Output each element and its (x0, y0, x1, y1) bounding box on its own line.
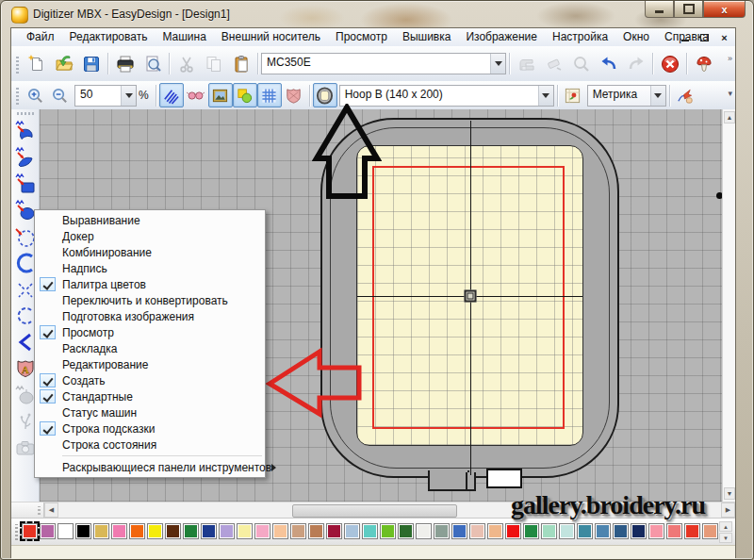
context-menu-item-2[interactable]: Комбинирование (35, 244, 265, 260)
menu-item-6[interactable]: Изображение (458, 28, 545, 46)
palette-up-button[interactable]: ▲ (719, 521, 732, 532)
close-button[interactable]: x (703, 1, 746, 18)
scroll-up-button[interactable]: ▲ (724, 111, 735, 124)
background-picture-button[interactable] (208, 83, 233, 107)
menu-item-7[interactable]: Настройка (545, 28, 615, 46)
color-swatch[interactable] (183, 523, 199, 539)
save-button[interactable] (77, 50, 105, 77)
color-swatch[interactable] (648, 523, 664, 539)
units-combo[interactable]: Метрика (587, 85, 666, 107)
context-menu-item-10[interactable]: Создать (35, 372, 265, 388)
color-swatch[interactable] (129, 523, 145, 539)
minimize-button[interactable] (645, 1, 674, 18)
palette-down-button[interactable]: ▼ (719, 533, 732, 543)
palette-grip[interactable] (15, 524, 18, 540)
toolbar-overflow-icon[interactable]: » (728, 54, 732, 63)
color-swatch[interactable] (93, 523, 109, 539)
color-swatch[interactable] (559, 523, 575, 539)
context-menu-item-5[interactable]: Переключить и конвертировать (35, 292, 265, 308)
color-swatch[interactable] (75, 523, 91, 539)
menu-item-4[interactable]: Просмотр (328, 28, 395, 46)
color-swatch[interactable] (595, 523, 611, 539)
color-swatch[interactable] (362, 523, 378, 539)
mdi-minimize-button[interactable] (678, 31, 692, 43)
rectangle-tool[interactable] (13, 171, 38, 197)
paste-button[interactable] (227, 50, 254, 77)
context-menu-item-16[interactable]: Раскрывающиеся панели инструментов (35, 459, 265, 475)
context-menu-item-7[interactable]: Просмотр (35, 324, 265, 340)
hoop-toggle-button[interactable] (313, 83, 337, 107)
color-swatch[interactable] (40, 523, 56, 539)
menu-item-5[interactable]: Вышивка (395, 28, 459, 46)
color-swatch[interactable] (398, 523, 414, 539)
context-menu-item-13[interactable]: Строка подсказки (35, 420, 265, 436)
color-swatch[interactable] (147, 523, 163, 539)
toolbar-grip[interactable] (16, 55, 19, 74)
color-swatch[interactable] (201, 523, 217, 539)
context-menu-item-6[interactable]: Подготовка изображения (35, 308, 265, 324)
machine-combo[interactable]: MC350E (261, 53, 506, 74)
menu-item-2[interactable]: Машина (155, 28, 213, 46)
mdi-restore-button[interactable] (697, 31, 712, 43)
color-swatch[interactable] (434, 523, 450, 539)
color-swatch[interactable] (684, 523, 700, 539)
color-swatch[interactable] (290, 523, 306, 539)
context-menu-item-0[interactable]: Выравнивание (35, 212, 265, 228)
color-swatch[interactable] (469, 523, 485, 539)
color-swatch[interactable] (272, 523, 288, 539)
undo-button[interactable] (595, 50, 622, 77)
color-swatch[interactable] (505, 523, 521, 539)
color-swatch[interactable] (57, 523, 74, 539)
context-menu-item-1[interactable]: Докер (35, 228, 265, 244)
scroll-left-button[interactable]: ◀ (44, 502, 58, 518)
context-menu-item-14[interactable]: Строка состояния (35, 436, 265, 453)
color-swatch[interactable] (487, 523, 503, 539)
color-swatch[interactable] (165, 523, 181, 539)
toolbar-grip[interactable] (16, 86, 19, 105)
new-design-button[interactable] (23, 50, 50, 77)
color-swatch[interactable] (380, 523, 396, 539)
hoop-combo[interactable]: Hoop B (140 x 200) (339, 85, 554, 107)
color-swatch[interactable] (308, 523, 324, 539)
context-menu-item-3[interactable]: Надпись (35, 260, 265, 276)
color-swatch[interactable] (702, 523, 718, 539)
objects-view-button[interactable] (233, 83, 257, 107)
copy-button[interactable] (200, 50, 227, 77)
menu-item-3[interactable]: Внешний носитель (214, 28, 328, 46)
color-swatch[interactable] (666, 523, 682, 539)
color-swatch[interactable] (326, 523, 342, 539)
zoom-out-button[interactable] (47, 83, 72, 107)
print-button[interactable] (111, 50, 139, 77)
scroll-right-button[interactable]: ▶ (721, 502, 735, 518)
vertical-scrollbar[interactable]: ▲ ▼ (722, 109, 735, 502)
menu-item-1[interactable]: Редактировать (62, 28, 156, 46)
menu-item-8[interactable]: Окно (615, 28, 657, 46)
context-menu-item-9[interactable]: Редактирование (35, 356, 265, 372)
zoom-search-button[interactable] (567, 50, 595, 77)
cut-button[interactable] (172, 50, 200, 77)
color-swatch[interactable] (523, 523, 539, 539)
context-menu-item-8[interactable]: Раскладка (35, 340, 265, 356)
sidebar-grip[interactable] (17, 112, 34, 115)
color-swatch[interactable] (219, 523, 235, 539)
color-swatch[interactable] (613, 523, 629, 539)
color-swatch[interactable] (254, 523, 270, 539)
stitch-view-button[interactable] (159, 83, 184, 107)
machine-combo-arrow[interactable] (490, 54, 505, 74)
restore-button[interactable] (674, 1, 703, 18)
zoom-combo[interactable]: 50 (74, 85, 137, 107)
stop-button[interactable] (656, 50, 683, 77)
color-swatch[interactable] (541, 523, 557, 539)
redo-button[interactable] (622, 50, 649, 77)
color-swatch[interactable] (451, 523, 467, 539)
mdi-close-button[interactable]: × (717, 31, 731, 43)
horizontal-scroll-thumb[interactable] (292, 504, 457, 518)
color-swatch[interactable] (416, 523, 432, 539)
write-to-machine-button[interactable] (513, 50, 540, 77)
ribbon-shape-tool[interactable] (13, 144, 38, 171)
print-preview-button[interactable] (139, 50, 166, 77)
design-gallery-button[interactable] (690, 50, 717, 77)
color-swatch[interactable] (577, 523, 593, 539)
context-menu-item-11[interactable]: Стандартные (35, 388, 265, 404)
color-swatch[interactable] (237, 523, 253, 539)
